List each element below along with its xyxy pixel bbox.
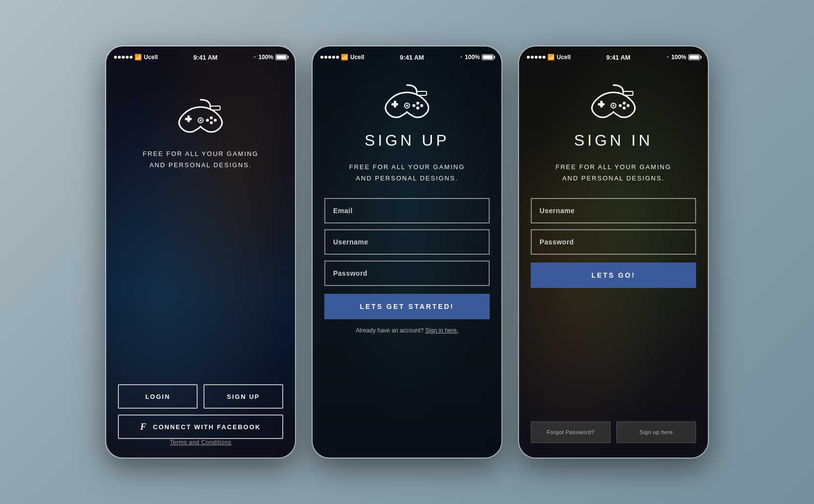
svg-point-15 <box>412 104 415 107</box>
get-started-button[interactable]: LETS GET STARTED! <box>324 294 490 319</box>
signin-footer-text: Already have an account? <box>356 327 424 334</box>
signup-tagline: FREE FOR ALL YOUR GAMING AND PERSONAL DE… <box>349 161 465 184</box>
svg-point-23 <box>623 107 626 110</box>
dot1 <box>320 56 323 59</box>
facebook-icon: f <box>140 422 147 432</box>
svg-point-21 <box>623 102 626 105</box>
battery-area-3: ⬝ 100% <box>666 54 700 61</box>
time-display-3: 9:41 AM <box>606 54 630 61</box>
dot3 <box>535 56 538 59</box>
login-button[interactable]: LOGIN <box>118 384 198 409</box>
gamepad-icon <box>171 97 230 136</box>
signin-tagline-line1: FREE FOR ALL YOUR GAMING <box>556 163 672 171</box>
facebook-label: CONNECT WITH FACEBOOK <box>153 423 261 431</box>
extra-buttons-row: Forgot Password? Sign up here <box>519 421 708 443</box>
password-input[interactable] <box>324 261 490 286</box>
battery-fill-2 <box>483 55 493 59</box>
signup-button[interactable]: SIGN UP <box>204 384 283 409</box>
svg-point-17 <box>406 105 408 107</box>
tagline-line1: FREE FOR ALL YOUR GAMING <box>143 150 259 157</box>
bluetooth-icon-3: ⬝ <box>666 54 669 61</box>
svg-point-26 <box>612 105 614 107</box>
status-bar-3: 📶 Ucell 9:41 AM ⬝ 100% <box>519 46 708 68</box>
terms-link[interactable]: Terms and Conditions <box>170 439 231 446</box>
lets-go-button[interactable]: LETS GO! <box>531 263 696 288</box>
forgot-password-button[interactable]: Forgot Password? <box>531 421 610 443</box>
svg-point-22 <box>627 104 630 107</box>
wifi-icon-2: 📶 <box>341 54 348 61</box>
password-signin-input[interactable] <box>531 229 696 255</box>
dot1 <box>114 56 117 59</box>
carrier-name-2: Ucell <box>350 54 364 61</box>
facebook-connect-button[interactable]: f CONNECT WITH FACEBOOK <box>118 415 283 439</box>
signin-tagline: FREE FOR ALL YOUR GAMING AND PERSONAL DE… <box>556 161 672 184</box>
username-signin-input[interactable] <box>531 198 696 223</box>
wifi-icon-3: 📶 <box>547 54 555 61</box>
svg-point-8 <box>200 119 202 121</box>
battery-area: ⬝ 100% <box>253 54 287 61</box>
dot1 <box>527 56 530 59</box>
signal-area-2: 📶 Ucell <box>320 54 364 61</box>
phone-home: 📶 Ucell 9:41 AM ⬝ 100% <box>105 45 296 459</box>
gamepad-icon-2 <box>378 83 436 122</box>
dot5 <box>130 56 133 59</box>
svg-point-5 <box>210 121 213 124</box>
battery-fill <box>276 55 286 59</box>
gamepad-icon-3 <box>584 83 643 122</box>
controller-icon-area <box>171 97 230 136</box>
carrier-name: Ucell <box>144 54 158 61</box>
signal-dots <box>114 56 133 59</box>
battery-area-2: ⬝ 100% <box>459 54 494 61</box>
svg-point-12 <box>416 102 419 105</box>
dot2 <box>118 56 121 59</box>
signal-dots-2 <box>320 56 339 59</box>
signup-tagline-line2: AND PERSONAL DESIGNS. <box>356 175 458 182</box>
dot4 <box>126 56 129 59</box>
svg-point-24 <box>619 104 622 107</box>
dot4 <box>539 56 542 59</box>
dot3 <box>328 56 331 59</box>
bluetooth-icon: ⬝ <box>253 54 256 61</box>
svg-point-6 <box>206 119 209 122</box>
signin-footer-link[interactable]: Sign in here. <box>425 327 458 334</box>
sign-up-here-button[interactable]: Sign up here <box>616 421 696 443</box>
signin-footer: Already have an account? Sign in here. <box>356 327 458 334</box>
svg-rect-20 <box>600 101 603 108</box>
home-buttons-area: LOGIN SIGN UP f CONNECT WITH FACEBOOK <box>106 384 295 439</box>
controller-icon-area-2 <box>378 83 436 122</box>
phone-signin: 📶 Ucell 9:41 AM ⬝ 100% <box>518 45 709 459</box>
time-display-2: 9:41 AM <box>400 54 424 61</box>
battery-percent-3: 100% <box>671 54 686 61</box>
svg-point-13 <box>420 104 423 107</box>
carrier-name-3: Ucell <box>557 54 571 61</box>
signal-dots-3 <box>527 56 545 59</box>
dot5 <box>336 56 339 59</box>
home-screen: 📶 Ucell 9:41 AM ⬝ 100% <box>106 46 295 458</box>
signin-screen: 📶 Ucell 9:41 AM ⬝ 100% <box>519 46 708 458</box>
controller-icon-area-3 <box>584 83 643 122</box>
signal-area-3: 📶 Ucell <box>527 54 571 61</box>
battery-indicator <box>275 54 287 60</box>
phone-signup: 📶 Ucell 9:41 AM ⬝ 100% <box>312 45 502 459</box>
signup-title: SIGN UP <box>364 131 450 150</box>
tagline-line2: AND PERSONAL DESIGNS. <box>149 161 251 169</box>
battery-percent: 100% <box>258 54 273 61</box>
signup-form: LETS GET STARTED! <box>313 198 501 319</box>
signal-area: 📶 Ucell <box>114 54 158 61</box>
email-input[interactable] <box>324 198 490 223</box>
svg-point-14 <box>416 107 419 110</box>
status-bar: 📶 Ucell 9:41 AM ⬝ 100% <box>106 46 295 68</box>
battery-fill-3 <box>689 55 699 59</box>
battery-indicator-2 <box>482 54 494 60</box>
username-input[interactable] <box>324 229 490 255</box>
wifi-icon: 📶 <box>135 54 142 61</box>
dot2 <box>324 56 327 59</box>
signup-tagline-line1: FREE FOR ALL YOUR GAMING <box>349 163 465 171</box>
dot4 <box>332 56 335 59</box>
svg-rect-2 <box>187 115 190 122</box>
svg-point-4 <box>214 119 217 122</box>
battery-indicator-3 <box>688 54 700 60</box>
time-display: 9:41 AM <box>193 54 217 61</box>
dot2 <box>531 56 534 59</box>
app-tagline: FREE FOR ALL YOUR GAMING AND PERSONAL DE… <box>143 148 259 171</box>
